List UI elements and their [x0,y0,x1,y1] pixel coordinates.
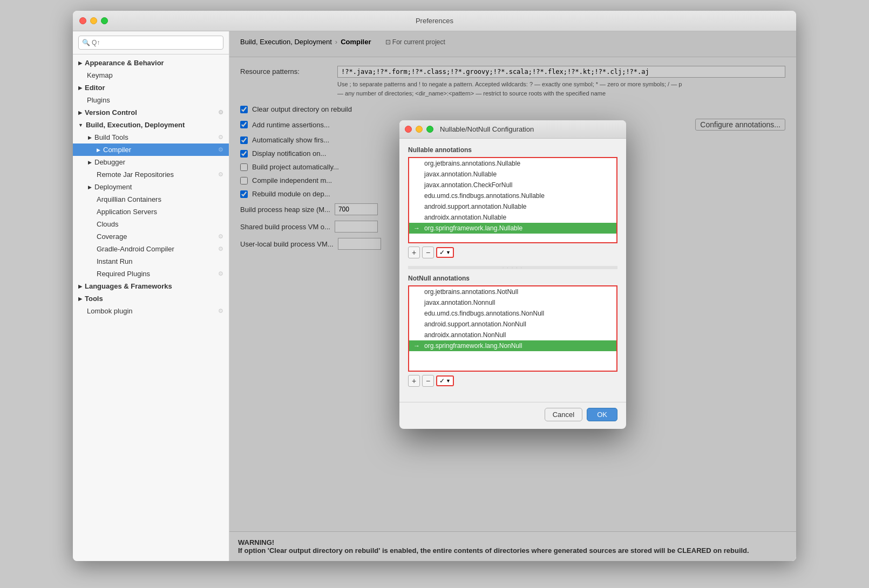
sidebar-item-build-tools[interactable]: Build Tools ⚙ [73,131,229,143]
sidebar-item-tools[interactable]: Tools [73,292,229,305]
nullable-check-dropdown[interactable]: ✓ ▼ [436,247,454,258]
sidebar-item-label: Lombok plugin [87,307,133,315]
notnull-check-dropdown[interactable]: ✓ ▼ [436,375,454,386]
nullable-item-jb[interactable]: org.jetbrains.annotations.Nullable [409,158,616,169]
sidebar-item-appearance[interactable]: Appearance & Behavior [73,57,229,69]
search-icon: 🔍 [82,39,90,46]
sidebar-item-instant-run[interactable]: Instant Run [73,255,229,268]
notnull-item-android[interactable]: android.support.annotation.NonNull [409,319,616,330]
nullable-item-checkfornull[interactable]: javax.annotation.CheckForNull [409,180,616,190]
settings-icon: ⚙ [218,134,223,141]
modal-overlay: Nullable/NotNull Configuration Nullable … [229,31,796,561]
sidebar-item-coverage[interactable]: Coverage ⚙ [73,230,229,243]
notnull-item-jb[interactable]: org.jetbrains.annotations.NotNull [409,286,616,297]
minimize-button[interactable] [90,17,97,24]
notnull-item-androidx[interactable]: androidx.annotation.NonNull [409,330,616,340]
notnull-item-edu[interactable]: edu.umd.cs.findbugs.annotations.NonNull [409,308,616,319]
close-button[interactable] [79,17,86,24]
check-icon: ✓ [439,249,445,256]
resize-dots: · · · · · [503,265,523,270]
annotation-label: edu.umd.cs.findbugs.annotations.NonNull [424,310,544,317]
sidebar-item-label: Application Servers [97,208,157,216]
chevron-icon [88,184,92,190]
window-title: Preferences [416,17,453,25]
notnull-remove-button[interactable]: − [422,375,434,387]
notnull-item-javax[interactable]: javax.annotation.Nonnull [409,297,616,308]
annotation-label: androidx.annotation.NonNull [424,331,506,339]
nullable-item-spring[interactable]: → org.springframework.lang.Nullable [409,223,616,234]
traffic-lights [79,17,108,24]
nullable-add-button[interactable]: + [408,247,420,258]
sidebar-item-label: Plugins [87,96,110,104]
sidebar-item-plugins[interactable]: Plugins [73,94,229,106]
annotation-label: androidx.annotation.Nullable [424,214,506,221]
ok-button[interactable]: OK [587,408,617,421]
nullable-notnull-modal: Nullable/NotNull Configuration Nullable … [399,120,626,429]
sidebar-item-label: Tools [85,295,103,303]
sidebar-item-version-control[interactable]: Version Control ⚙ [73,106,229,119]
sidebar-item-app-servers[interactable]: Application Servers [73,206,229,218]
sidebar-item-label: Deployment [94,183,132,191]
annotation-label: org.springframework.lang.Nullable [424,224,522,232]
sidebar-item-languages[interactable]: Languages & Frameworks [73,280,229,292]
sidebar-item-keymap[interactable]: Keymap [73,69,229,81]
sidebar-item-label: Debugger [94,158,125,166]
modal-maximize-button[interactable] [426,126,433,133]
sidebar-item-label: Languages & Frameworks [85,282,172,290]
nullable-remove-button[interactable]: − [422,247,434,258]
sidebar-item-deployment[interactable]: Deployment [73,181,229,193]
sidebar-item-editor[interactable]: Editor [73,81,229,94]
nullable-section-label: Nullable annotations [408,146,617,154]
chevron-icon [97,147,100,153]
sidebar-item-compiler[interactable]: Compiler ⚙ [73,143,229,156]
chevron-icon [78,284,82,289]
notnull-annotation-list: org.jetbrains.annotations.NotNull javax.… [408,285,617,372]
annotation-label: edu.umd.cs.findbugs.annotations.Nullable [424,192,545,200]
sidebar-item-gradle-android[interactable]: Gradle-Android Compiler ⚙ [73,243,229,255]
settings-icon: ⚙ [218,307,223,314]
sidebar-item-lombok[interactable]: Lombok plugin ⚙ [73,305,229,317]
preferences-window: Preferences 🔍 Appearance & Behavior Keym… [73,11,796,561]
annotation-label: android.support.annotation.NonNull [424,320,526,328]
maximize-button[interactable] [101,17,108,24]
arrow-selected-icon: → [413,224,421,232]
dropdown-arrow: ▼ [446,378,451,384]
resize-handle[interactable]: · · · · · [408,266,617,269]
sidebar-item-label: Clouds [97,220,118,228]
sidebar-item-label: Required Plugins [97,270,150,278]
sidebar-item-arquillian[interactable]: Arquillian Containers [73,193,229,206]
annotation-label: javax.annotation.Nonnull [424,299,495,306]
sidebar-item-label: Compiler [103,146,131,154]
cancel-button[interactable]: Cancel [545,408,582,421]
sidebar-item-clouds[interactable]: Clouds [73,218,229,230]
sidebar-item-required-plugins[interactable]: Required Plugins ⚙ [73,268,229,280]
nullable-item-androidx[interactable]: androidx.annotation.Nullable [409,212,616,223]
sidebar-item-label: Build, Execution, Deployment [86,121,185,129]
chevron-icon [78,122,83,128]
arrow-selected-icon: → [413,342,421,350]
sidebar-item-label: Instant Run [97,257,133,265]
modal-minimize-button[interactable] [416,126,423,133]
search-input[interactable] [78,36,223,50]
settings-icon: ⚙ [218,233,223,240]
sidebar-item-label: Remote Jar Repositories [97,170,174,179]
notnull-list-actions: + − ✓ ▼ [408,375,617,387]
dropdown-arrow: ▼ [446,250,451,255]
modal-close-button[interactable] [405,126,412,133]
notnull-item-spring[interactable]: → org.springframework.lang.NonNull [409,340,616,351]
sidebar-list: Appearance & Behavior Keymap Editor Plug… [73,54,229,561]
sidebar-item-label: Coverage [97,233,127,241]
chevron-icon [78,85,82,91]
nullable-item-edu[interactable]: edu.umd.cs.findbugs.annotations.Nullable [409,190,616,201]
nullable-item-android[interactable]: android.support.annotation.Nullable [409,201,616,212]
sidebar-item-remote-jar[interactable]: Remote Jar Repositories ⚙ [73,168,229,181]
notnull-add-button[interactable]: + [408,375,420,387]
annotation-label: org.springframework.lang.NonNull [424,342,522,350]
modal-title: Nullable/NotNull Configuration [440,125,534,133]
sidebar-item-label: Arquillian Containers [97,195,161,203]
sidebar-item-build-execution[interactable]: Build, Execution, Deployment [73,119,229,131]
sidebar-item-debugger[interactable]: Debugger [73,156,229,168]
nullable-item-javax[interactable]: javax.annotation.Nullable [409,169,616,180]
sidebar-item-label: Gradle-Android Compiler [97,245,174,253]
annotation-label: javax.annotation.CheckForNull [424,181,512,189]
